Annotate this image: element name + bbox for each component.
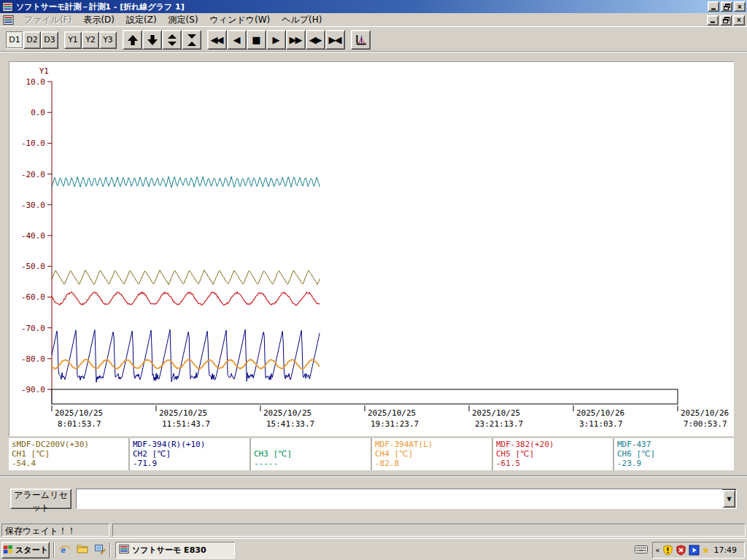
- x-tick-date: 2025/10/26: [681, 408, 729, 418]
- mdi-minimize-button[interactable]: [707, 15, 719, 26]
- toolbar-expand-horizontal-button[interactable]: ◀▶: [306, 30, 325, 50]
- legend-channel-label: CH2 [℃]: [133, 449, 247, 459]
- chart-icon: [355, 34, 368, 47]
- y-tick-label: -70.0: [21, 324, 45, 333]
- fast-rewind-icon: ◀◀: [211, 35, 222, 44]
- x-tick-date: 2025/10/25: [159, 408, 207, 418]
- y-tick-label: -50.0: [21, 262, 45, 271]
- toolbar-d3-button[interactable]: D3: [41, 31, 58, 49]
- chart-panel: Y110.00.0-10.0-20.0-30.0-40.0-50.0-60.0-…: [9, 61, 734, 436]
- expand-horizontal-icon: ◀▶: [309, 35, 321, 44]
- toolbar-y2-button[interactable]: Y2: [82, 31, 99, 49]
- series-ch4: [52, 359, 320, 369]
- toolbar-y3-button[interactable]: Y3: [99, 31, 117, 49]
- mdi-restore-button[interactable]: [720, 15, 732, 26]
- toolbar-compress-vertical-button[interactable]: [182, 30, 201, 50]
- x-tick-date: 2025/10/25: [263, 408, 311, 418]
- taskbar-task-button[interactable]: ソフトサーモ E830: [115, 542, 235, 559]
- toolbar-group-4: ◀◀◀■▶▶▶◀▶▶◀: [207, 30, 345, 50]
- toolbar-step-forward-button[interactable]: ▶: [266, 30, 286, 50]
- series-ch6: [52, 176, 320, 187]
- folder-icon[interactable]: [76, 542, 89, 556]
- legend-channel-6: MDF-437CH6 [℃]-23.9: [614, 438, 734, 470]
- x-tick-time: 7:00:53.7: [684, 419, 727, 429]
- mdi-window-controls: ×: [705, 15, 745, 26]
- x-tick-time: 23:21:13.7: [475, 419, 523, 429]
- fast-forward-icon: ▶▶: [290, 35, 301, 44]
- app-icon: [119, 544, 129, 556]
- system-tray: « ★ 17:49: [652, 542, 745, 559]
- star-icon[interactable]: ★: [702, 545, 711, 555]
- taskbar-divider: [53, 542, 55, 558]
- windows-logo-icon: [3, 544, 13, 556]
- antivirus-shield-icon[interactable]: [676, 545, 686, 556]
- alarm-combobox[interactable]: ▼: [76, 489, 737, 509]
- mdi-close-button[interactable]: ×: [733, 15, 745, 26]
- toolbar-d2-button[interactable]: D2: [23, 31, 41, 49]
- series-ch1: [52, 271, 320, 285]
- compress-horizontal-icon: ▶◀: [329, 35, 341, 44]
- toolbar-stop-button[interactable]: ■: [247, 30, 266, 50]
- menu-item-4[interactable]: 測定(S): [163, 13, 204, 27]
- toolbar-step-back-button[interactable]: ◀: [227, 30, 247, 50]
- step-forward-icon: ▶: [273, 35, 280, 44]
- alarm-reset-button[interactable]: アラームリセット: [10, 489, 71, 509]
- start-button[interactable]: スタート: [1, 542, 50, 559]
- taskbar-divider-2: [109, 542, 111, 558]
- legend-channel-1: sMDF-DC200V(+30)CH1 [℃]-54.4: [9, 438, 128, 470]
- ie-icon[interactable]: e: [58, 542, 71, 556]
- application-window: ソフトサーモ計測－計測1 - [折れ線グラフ 1] × ファイル(F)表示(D)…: [0, 0, 747, 560]
- y-tick-label: -40.0: [21, 231, 45, 241]
- toolbar-d1-button[interactable]: D1: [6, 31, 23, 49]
- y-tick-label: -80.0: [21, 354, 45, 364]
- document-icon[interactable]: [2, 15, 14, 26]
- separator: [0, 475, 747, 477]
- menu-item-2[interactable]: 表示(D): [77, 13, 120, 27]
- window-title: ソフトサーモ計測－計測1 - [折れ線グラフ 1]: [16, 1, 706, 12]
- keyboard-layout-icon[interactable]: [635, 545, 648, 556]
- y-tick-label: -90.0: [21, 385, 45, 394]
- legend-channel-value: -61.5: [496, 459, 610, 468]
- toolbar-group-3: [123, 30, 201, 50]
- x-tick-date: 2025/10/25: [368, 408, 416, 418]
- expand-vertical-icon: [166, 34, 178, 46]
- step-back-icon: ◀: [233, 35, 241, 44]
- legend-channel-name: MDF-382(+20): [496, 440, 610, 449]
- security-shield-icon[interactable]: [662, 545, 673, 556]
- time-range-box: [52, 389, 678, 404]
- hide-tray-icons-chevron[interactable]: «: [655, 545, 660, 555]
- toolbar-fast-rewind-button[interactable]: ◀◀: [207, 30, 227, 50]
- toolbar-group-5: [351, 30, 371, 50]
- legend-channel-label: CH6 [℃]: [617, 449, 731, 459]
- toolbar-y1-button[interactable]: Y1: [64, 31, 82, 49]
- toolbar-fast-forward-button[interactable]: ▶▶: [286, 30, 306, 50]
- alarm-combobox-value[interactable]: [77, 489, 722, 508]
- toolbar-expand-vertical-button[interactable]: [162, 30, 182, 50]
- toolbar-scroll-up-button[interactable]: [123, 30, 142, 50]
- menu-item-3[interactable]: 設定(Z): [120, 13, 163, 27]
- y-tick-label: 10.0: [26, 77, 46, 87]
- toolbar: D1D2D3Y1Y2Y3◀◀◀■▶▶▶◀▶▶◀: [0, 27, 747, 52]
- toolbar-graph-settings-button[interactable]: [351, 30, 371, 50]
- toolbar-compress-horizontal-button[interactable]: ▶◀: [325, 30, 345, 50]
- show-desktop-icon[interactable]: [93, 542, 107, 556]
- menu-item-1: ファイル(F): [18, 13, 77, 27]
- toolbar-group-1: D1D2D3: [6, 31, 58, 49]
- close-button[interactable]: ×: [734, 1, 746, 12]
- legend-channel-name: MDF-394(R)(+10): [133, 440, 247, 449]
- x-tick-time: 11:51:43.7: [162, 419, 210, 429]
- chart-svg: Y110.00.0-10.0-20.0-30.0-40.0-50.0-60.0-…: [9, 62, 733, 435]
- legend-channel-name: [254, 440, 368, 449]
- menu-item-5[interactable]: ウィンドウ(W): [204, 13, 276, 27]
- menu-item-6[interactable]: ヘルプ(H): [276, 13, 328, 27]
- quick-launch: e: [58, 542, 107, 556]
- legend-channel-label: CH1 [℃]: [12, 449, 125, 459]
- restore-button[interactable]: [721, 1, 732, 12]
- legend-channel-name: sMDF-DC200V(+30): [12, 440, 125, 449]
- minimize-button[interactable]: [708, 1, 719, 12]
- start-button-label: スタート: [15, 545, 48, 556]
- toolbar-scroll-down-button[interactable]: [142, 30, 162, 50]
- legend-channel-value: -54.4: [12, 459, 125, 468]
- combobox-dropdown-button[interactable]: ▼: [723, 490, 735, 508]
- media-player-icon[interactable]: [689, 545, 700, 556]
